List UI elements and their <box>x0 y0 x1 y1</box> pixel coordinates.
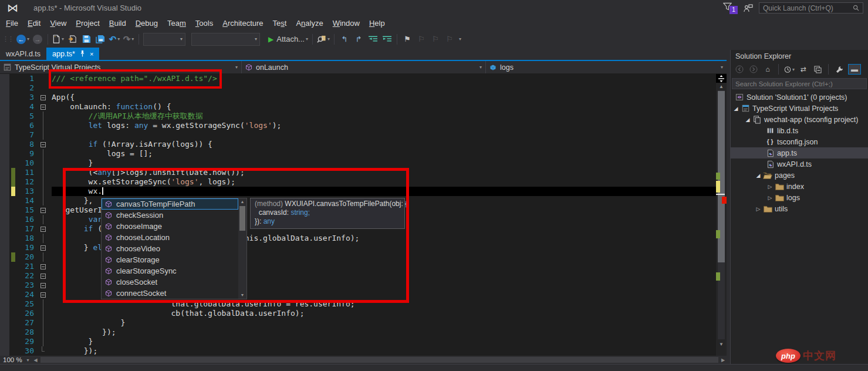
increase-indent-button[interactable] <box>381 33 393 46</box>
code-line-26[interactable]: 26 cb(that.globalData.userInfo); <box>0 309 716 318</box>
preview-selected-items-button[interactable]: ▬ <box>848 64 861 75</box>
decrease-indent-button[interactable] <box>367 33 379 46</box>
code-line-25[interactable]: 25 that.globalData.userInfo = res.userIn… <box>0 299 716 309</box>
chevron-collapsed-icon[interactable]: ▷ <box>766 195 774 201</box>
code-line-13[interactable]: 13 wx. <box>0 187 716 196</box>
code-line-3[interactable]: 3App({ <box>0 93 716 102</box>
completion-item-chooseVideo[interactable]: chooseVideo <box>102 243 238 254</box>
code-line-30[interactable]: 30 }); <box>0 346 716 356</box>
fold-collapse-icon[interactable] <box>34 102 52 112</box>
quick-launch-input[interactable]: Quick Launch (Ctrl+Q) <box>759 2 863 14</box>
menu-build[interactable]: Build <box>104 17 131 29</box>
completion-item-chooseImage[interactable]: chooseImage <box>102 221 238 232</box>
chevron-expanded-icon[interactable]: ◢ <box>744 117 752 123</box>
menu-help[interactable]: Help <box>364 17 390 29</box>
navigate-backward-button[interactable]: ←▾ <box>16 33 29 46</box>
properties-wrench-button[interactable] <box>834 64 845 75</box>
menu-edit[interactable]: Edit <box>23 17 45 29</box>
fold-collapse-icon[interactable] <box>34 290 52 299</box>
previous-bookmark-button[interactable]: ⚐ <box>416 33 427 46</box>
menu-tools[interactable]: Tools <box>191 17 218 29</box>
navigate-forward-in-code-button[interactable]: ↱ <box>353 33 364 46</box>
code-line-2[interactable]: 2 <box>0 83 716 93</box>
chevron-expanded-icon[interactable]: ◢ <box>754 173 762 178</box>
undo-button[interactable]: ↶▾ <box>109 33 120 46</box>
tree-item-utils[interactable]: ▷utils <box>731 203 868 214</box>
fold-collapse-icon[interactable] <box>34 224 52 234</box>
pending-changes-filter-button[interactable]: ▾ <box>784 64 795 75</box>
menu-debug[interactable]: Debug <box>131 17 163 29</box>
platform-combobox[interactable]: ▾ <box>191 33 260 46</box>
fold-collapse-icon[interactable] <box>34 205 52 215</box>
code-line-6[interactable]: 6 let logs: any = wx.getStorageSync('log… <box>0 121 716 130</box>
next-bookmark-button[interactable]: ⚐ <box>430 33 441 46</box>
zoom-level-dropdown[interactable]: 100 % ▾ <box>0 356 32 363</box>
pin-icon[interactable] <box>80 50 85 57</box>
popup-scrollbar-thumb[interactable] <box>239 206 245 231</box>
navigate-forward-button[interactable]: → <box>32 33 43 46</box>
chevron-collapsed-icon[interactable]: ▷ <box>766 184 774 190</box>
code-line-29[interactable]: 29 } <box>0 337 716 346</box>
member-dropdown[interactable]: onLaunch ▾ <box>242 61 486 73</box>
menu-team[interactable]: Team <box>163 17 191 29</box>
solution-explorer-search-input[interactable]: Search Solution Explorer (Ctrl+;) <box>732 78 867 89</box>
project-dropdown[interactable]: TypeScript Virtual Projects ▾ <box>0 61 242 73</box>
horizontal-scrollbar-track[interactable] <box>40 357 718 363</box>
scroll-left-icon[interactable]: ◀ <box>32 357 39 363</box>
tree-item-typescript-virtual-projects[interactable]: ◢TypeScript Virtual Projects <box>731 103 868 114</box>
tab-wxAPI.d.ts[interactable]: wxAPI.d.ts <box>0 48 46 60</box>
scroll-up-icon[interactable]: ▲ <box>238 198 246 205</box>
tree-item-solution-solution1-0-projects[interactable]: Solution 'Solution1' (0 projects) <box>731 92 868 103</box>
fold-collapse-icon[interactable] <box>34 281 52 290</box>
feedback-icon[interactable] <box>744 4 753 12</box>
code-line-1[interactable]: 1/// <reference path="./wxAPI.d.ts"/> <box>0 74 716 83</box>
forward-button[interactable] <box>748 64 759 75</box>
collapse-all-button[interactable] <box>812 64 823 75</box>
code-line-8[interactable]: 8 if (!Array.isArray(logs)) { <box>0 140 716 149</box>
code-line-4[interactable]: 4 onLaunch: function() { <box>0 102 716 112</box>
completion-item-chooseLocation[interactable]: chooseLocation <box>102 232 238 243</box>
navigate-back-in-code-button[interactable]: ↰ <box>339 33 350 46</box>
menu-project[interactable]: Project <box>71 17 104 29</box>
menu-analyze[interactable]: Analyze <box>291 17 327 29</box>
tree-item-app.ts[interactable]: app.ts <box>731 147 868 158</box>
splitter-handle[interactable] <box>716 74 727 83</box>
save-all-button[interactable] <box>94 33 106 46</box>
code-line-9[interactable]: 9 logs = []; <box>0 149 716 158</box>
save-button[interactable] <box>80 33 92 46</box>
sync-with-active-document-button[interactable]: ⇄ <box>798 64 809 75</box>
completion-item-closeSocket[interactable]: closeSocket <box>102 276 238 288</box>
fold-collapse-icon[interactable] <box>34 243 52 252</box>
code-line-5[interactable]: 5 //调用API从本地缓存中获取数据 <box>0 112 716 121</box>
completion-item-checkSession[interactable]: checkSession <box>102 210 238 221</box>
scroll-down-icon[interactable]: ▼ <box>716 341 727 348</box>
fold-collapse-icon[interactable] <box>34 93 52 102</box>
scroll-down-icon[interactable]: ▼ <box>238 292 246 299</box>
code-line-10[interactable]: 10 } <box>0 158 716 168</box>
tree-item-index[interactable]: ▷index <box>731 181 868 192</box>
tab-app.ts[interactable]: app.ts*× <box>46 48 99 60</box>
fold-collapse-icon[interactable] <box>34 262 52 271</box>
back-button[interactable] <box>734 64 745 75</box>
configuration-combobox[interactable]: ▾ <box>143 33 185 46</box>
menu-architecture[interactable]: Architecture <box>218 17 268 29</box>
toolbar-overflow-icon[interactable]: ▾ <box>459 36 461 42</box>
secondary-member-dropdown[interactable]: logs ▾ <box>486 61 727 73</box>
home-button[interactable]: ⌂ <box>762 64 773 75</box>
completion-item-clearStorageSync[interactable]: clearStorageSync <box>102 265 238 276</box>
menu-window[interactable]: Window <box>328 17 364 29</box>
attach-button[interactable]: ▶ Attach... ▾ <box>268 33 308 46</box>
notifications-filter-icon[interactable]: 1 <box>723 2 738 14</box>
toggle-bookmark-button[interactable]: ⚑ <box>401 33 413 46</box>
popup-scrollbar[interactable]: ▲ ▼ <box>238 198 246 299</box>
completion-item-clearStorage[interactable]: clearStorage <box>102 254 238 265</box>
code-line-7[interactable]: 7 <box>0 130 716 140</box>
code-line-11[interactable]: 11 (<any[]>logs).unshift(Date.now()); <box>0 168 716 177</box>
menu-file[interactable]: File <box>1 17 23 29</box>
tree-item-lib.d.ts[interactable]: lib.d.ts <box>731 125 868 136</box>
chevron-expanded-icon[interactable]: ◢ <box>732 106 740 112</box>
completion-item-connectSocket[interactable]: connectSocket <box>102 288 238 299</box>
tree-item-logs[interactable]: ▷logs <box>731 192 868 203</box>
close-icon[interactable]: × <box>90 50 93 58</box>
scroll-up-icon[interactable]: ▲ <box>716 83 727 90</box>
